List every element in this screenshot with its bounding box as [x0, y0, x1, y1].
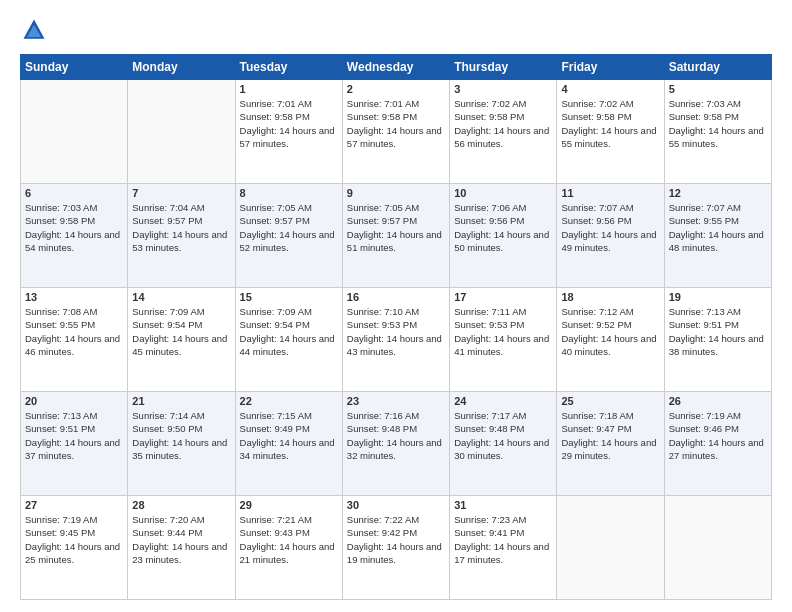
day-info: Sunrise: 7:20 AMSunset: 9:44 PMDaylight:… [132, 513, 230, 566]
header [20, 16, 772, 44]
calendar-cell: 7Sunrise: 7:04 AMSunset: 9:57 PMDaylight… [128, 184, 235, 288]
calendar-cell: 23Sunrise: 7:16 AMSunset: 9:48 PMDayligh… [342, 392, 449, 496]
day-number: 25 [561, 395, 659, 407]
weekday-header-friday: Friday [557, 55, 664, 80]
day-number: 20 [25, 395, 123, 407]
day-number: 6 [25, 187, 123, 199]
day-number: 28 [132, 499, 230, 511]
calendar-cell: 24Sunrise: 7:17 AMSunset: 9:48 PMDayligh… [450, 392, 557, 496]
calendar-cell [128, 80, 235, 184]
day-number: 19 [669, 291, 767, 303]
day-number: 2 [347, 83, 445, 95]
weekday-header-monday: Monday [128, 55, 235, 80]
day-info: Sunrise: 7:09 AMSunset: 9:54 PMDaylight:… [132, 305, 230, 358]
day-info: Sunrise: 7:13 AMSunset: 9:51 PMDaylight:… [25, 409, 123, 462]
day-number: 27 [25, 499, 123, 511]
calendar-cell: 6Sunrise: 7:03 AMSunset: 9:58 PMDaylight… [21, 184, 128, 288]
day-info: Sunrise: 7:07 AMSunset: 9:55 PMDaylight:… [669, 201, 767, 254]
day-info: Sunrise: 7:01 AMSunset: 9:58 PMDaylight:… [240, 97, 338, 150]
day-info: Sunrise: 7:03 AMSunset: 9:58 PMDaylight:… [669, 97, 767, 150]
calendar-cell: 1Sunrise: 7:01 AMSunset: 9:58 PMDaylight… [235, 80, 342, 184]
day-number: 10 [454, 187, 552, 199]
logo [20, 16, 52, 44]
calendar-cell: 31Sunrise: 7:23 AMSunset: 9:41 PMDayligh… [450, 496, 557, 600]
page: SundayMondayTuesdayWednesdayThursdayFrid… [0, 0, 792, 612]
calendar-cell: 13Sunrise: 7:08 AMSunset: 9:55 PMDayligh… [21, 288, 128, 392]
day-number: 1 [240, 83, 338, 95]
calendar-cell: 25Sunrise: 7:18 AMSunset: 9:47 PMDayligh… [557, 392, 664, 496]
calendar-cell: 12Sunrise: 7:07 AMSunset: 9:55 PMDayligh… [664, 184, 771, 288]
weekday-header-tuesday: Tuesday [235, 55, 342, 80]
day-info: Sunrise: 7:16 AMSunset: 9:48 PMDaylight:… [347, 409, 445, 462]
day-number: 3 [454, 83, 552, 95]
day-info: Sunrise: 7:21 AMSunset: 9:43 PMDaylight:… [240, 513, 338, 566]
week-row-4: 20Sunrise: 7:13 AMSunset: 9:51 PMDayligh… [21, 392, 772, 496]
week-row-3: 13Sunrise: 7:08 AMSunset: 9:55 PMDayligh… [21, 288, 772, 392]
calendar-cell: 17Sunrise: 7:11 AMSunset: 9:53 PMDayligh… [450, 288, 557, 392]
week-row-1: 1Sunrise: 7:01 AMSunset: 9:58 PMDaylight… [21, 80, 772, 184]
day-number: 29 [240, 499, 338, 511]
day-info: Sunrise: 7:17 AMSunset: 9:48 PMDaylight:… [454, 409, 552, 462]
calendar-cell: 16Sunrise: 7:10 AMSunset: 9:53 PMDayligh… [342, 288, 449, 392]
calendar-cell: 10Sunrise: 7:06 AMSunset: 9:56 PMDayligh… [450, 184, 557, 288]
calendar-cell [664, 496, 771, 600]
day-info: Sunrise: 7:07 AMSunset: 9:56 PMDaylight:… [561, 201, 659, 254]
calendar-cell: 9Sunrise: 7:05 AMSunset: 9:57 PMDaylight… [342, 184, 449, 288]
day-number: 22 [240, 395, 338, 407]
day-info: Sunrise: 7:18 AMSunset: 9:47 PMDaylight:… [561, 409, 659, 462]
day-info: Sunrise: 7:02 AMSunset: 9:58 PMDaylight:… [454, 97, 552, 150]
day-info: Sunrise: 7:13 AMSunset: 9:51 PMDaylight:… [669, 305, 767, 358]
day-number: 21 [132, 395, 230, 407]
day-info: Sunrise: 7:22 AMSunset: 9:42 PMDaylight:… [347, 513, 445, 566]
week-row-5: 27Sunrise: 7:19 AMSunset: 9:45 PMDayligh… [21, 496, 772, 600]
calendar-cell: 4Sunrise: 7:02 AMSunset: 9:58 PMDaylight… [557, 80, 664, 184]
day-number: 23 [347, 395, 445, 407]
day-info: Sunrise: 7:03 AMSunset: 9:58 PMDaylight:… [25, 201, 123, 254]
day-number: 12 [669, 187, 767, 199]
weekday-header-thursday: Thursday [450, 55, 557, 80]
logo-icon [20, 16, 48, 44]
day-info: Sunrise: 7:02 AMSunset: 9:58 PMDaylight:… [561, 97, 659, 150]
calendar-cell: 26Sunrise: 7:19 AMSunset: 9:46 PMDayligh… [664, 392, 771, 496]
calendar-cell: 18Sunrise: 7:12 AMSunset: 9:52 PMDayligh… [557, 288, 664, 392]
calendar-cell: 30Sunrise: 7:22 AMSunset: 9:42 PMDayligh… [342, 496, 449, 600]
day-info: Sunrise: 7:09 AMSunset: 9:54 PMDaylight:… [240, 305, 338, 358]
day-number: 9 [347, 187, 445, 199]
weekday-header-sunday: Sunday [21, 55, 128, 80]
day-info: Sunrise: 7:23 AMSunset: 9:41 PMDaylight:… [454, 513, 552, 566]
calendar-cell: 14Sunrise: 7:09 AMSunset: 9:54 PMDayligh… [128, 288, 235, 392]
day-number: 4 [561, 83, 659, 95]
day-number: 30 [347, 499, 445, 511]
calendar-cell: 2Sunrise: 7:01 AMSunset: 9:58 PMDaylight… [342, 80, 449, 184]
day-number: 7 [132, 187, 230, 199]
day-info: Sunrise: 7:05 AMSunset: 9:57 PMDaylight:… [347, 201, 445, 254]
weekday-header-wednesday: Wednesday [342, 55, 449, 80]
calendar-cell: 3Sunrise: 7:02 AMSunset: 9:58 PMDaylight… [450, 80, 557, 184]
day-number: 16 [347, 291, 445, 303]
day-info: Sunrise: 7:11 AMSunset: 9:53 PMDaylight:… [454, 305, 552, 358]
calendar-cell: 15Sunrise: 7:09 AMSunset: 9:54 PMDayligh… [235, 288, 342, 392]
day-number: 13 [25, 291, 123, 303]
day-number: 5 [669, 83, 767, 95]
day-info: Sunrise: 7:14 AMSunset: 9:50 PMDaylight:… [132, 409, 230, 462]
calendar-cell: 8Sunrise: 7:05 AMSunset: 9:57 PMDaylight… [235, 184, 342, 288]
day-number: 8 [240, 187, 338, 199]
calendar-table: SundayMondayTuesdayWednesdayThursdayFrid… [20, 54, 772, 600]
day-info: Sunrise: 7:06 AMSunset: 9:56 PMDaylight:… [454, 201, 552, 254]
day-number: 17 [454, 291, 552, 303]
day-info: Sunrise: 7:15 AMSunset: 9:49 PMDaylight:… [240, 409, 338, 462]
calendar-cell: 11Sunrise: 7:07 AMSunset: 9:56 PMDayligh… [557, 184, 664, 288]
calendar-cell: 27Sunrise: 7:19 AMSunset: 9:45 PMDayligh… [21, 496, 128, 600]
calendar-cell: 19Sunrise: 7:13 AMSunset: 9:51 PMDayligh… [664, 288, 771, 392]
day-number: 11 [561, 187, 659, 199]
day-number: 18 [561, 291, 659, 303]
day-info: Sunrise: 7:05 AMSunset: 9:57 PMDaylight:… [240, 201, 338, 254]
day-info: Sunrise: 7:19 AMSunset: 9:45 PMDaylight:… [25, 513, 123, 566]
day-info: Sunrise: 7:08 AMSunset: 9:55 PMDaylight:… [25, 305, 123, 358]
weekday-header-saturday: Saturday [664, 55, 771, 80]
week-row-2: 6Sunrise: 7:03 AMSunset: 9:58 PMDaylight… [21, 184, 772, 288]
weekday-header-row: SundayMondayTuesdayWednesdayThursdayFrid… [21, 55, 772, 80]
calendar-cell [21, 80, 128, 184]
calendar-cell: 20Sunrise: 7:13 AMSunset: 9:51 PMDayligh… [21, 392, 128, 496]
day-info: Sunrise: 7:10 AMSunset: 9:53 PMDaylight:… [347, 305, 445, 358]
